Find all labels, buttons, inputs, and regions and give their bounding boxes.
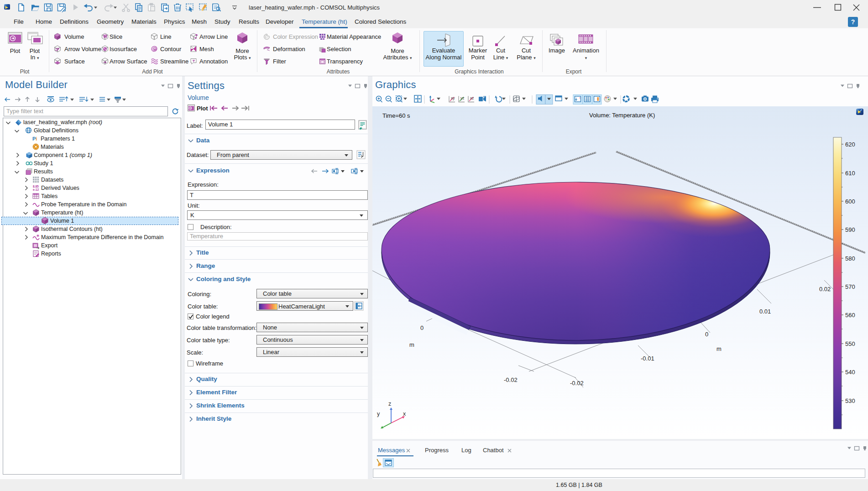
svg-text:m: m [716,345,722,352]
svg-text:540: 540 [845,369,855,376]
svg-text:610: 610 [845,170,855,177]
svg-text:-0.02: -0.02 [504,376,518,383]
svg-text:xy: xy [451,96,455,100]
svg-text:0.02: 0.02 [819,286,831,293]
svg-text:580: 580 [845,255,855,262]
svg-text:0.01: 0.01 [759,308,771,315]
svg-text:m: m [409,341,414,348]
svg-text:620: 620 [845,141,855,148]
svg-text:590: 590 [845,226,855,233]
svg-text:y: y [377,411,380,417]
svg-text:550: 550 [845,340,855,347]
svg-text:0: 0 [705,331,708,338]
svg-text:600: 600 [845,198,855,205]
svg-text:-0.02: -0.02 [570,380,584,387]
svg-text:530: 530 [845,397,855,404]
svg-text:yz: yz [460,96,465,100]
svg-text:xz: xz [470,96,474,100]
svg-text:-0.01: -0.01 [641,355,654,362]
svg-text:z: z [388,401,391,407]
svg-text:0: 0 [420,324,424,331]
svg-text:570: 570 [845,283,855,290]
svg-text:x: x [403,411,406,417]
svg-text:560: 560 [845,312,855,319]
